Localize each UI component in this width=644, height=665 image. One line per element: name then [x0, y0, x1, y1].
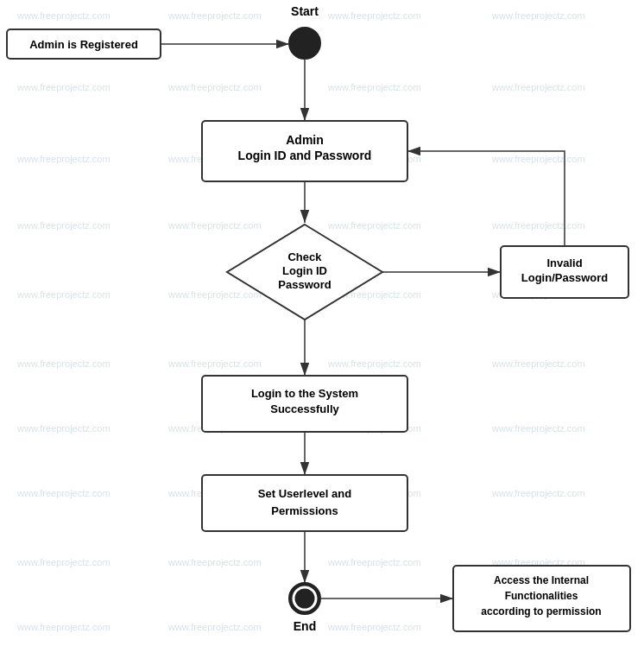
set-userlevel-label-line1: Set Userlevel and — [258, 487, 351, 500]
set-userlevel-label-line2: Permissions — [271, 504, 338, 517]
end-node-inner — [294, 587, 316, 610]
arrow-invalid-to-login — [407, 151, 565, 246]
diagram-container: www.freeprojectz.com www.freeprojectz.co… — [0, 0, 644, 665]
admin-login-label-line2: Login ID and Password — [238, 149, 372, 162]
end-label: End — [294, 619, 316, 633]
invalid-login-label-line1: Invalid — [546, 256, 582, 269]
invalid-login-label-line2: Login/Password — [521, 271, 608, 284]
access-internal-label-line2: Functionalities — [505, 590, 578, 602]
flowchart-svg: Start Admin is Registered Admin Login ID… — [0, 0, 644, 665]
start-node — [289, 28, 320, 59]
admin-registered-label: Admin is Registered — [29, 38, 138, 51]
check-login-label-line2: Login ID — [282, 264, 327, 277]
check-login-label-line1: Check — [287, 250, 322, 263]
check-login-label-line3: Password — [278, 278, 331, 291]
admin-login-label-line1: Admin — [286, 133, 324, 147]
access-internal-label-line1: Access the Internal — [494, 574, 589, 586]
login-success-label-line2: Successfully — [270, 402, 339, 415]
set-userlevel-box — [202, 475, 407, 531]
access-internal-label-line3: according to permission — [481, 605, 601, 618]
login-success-label-line1: Login to the System — [251, 387, 358, 400]
start-label: Start — [291, 4, 319, 18]
